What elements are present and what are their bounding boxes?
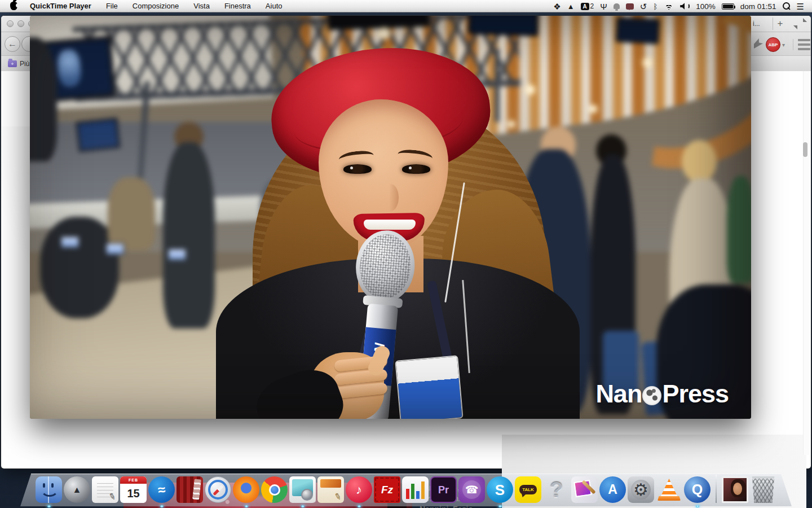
window-minimize-button[interactable] (17, 20, 24, 27)
back-button[interactable]: ← (5, 36, 20, 52)
dock-calendar-icon[interactable]: FEB 15 (120, 476, 147, 503)
video-foreground: Nan Nan Press (30, 16, 751, 419)
menu-item-finestra[interactable]: Finestra (224, 2, 251, 10)
bluetooth-icon[interactable]: ᛒ (653, 3, 657, 10)
dock-chart-app-icon[interactable] (402, 476, 429, 503)
dropbox-icon[interactable]: ❖ (553, 2, 561, 11)
running-indicator (358, 505, 361, 507)
menu-hamburger-icon[interactable] (793, 39, 807, 50)
globe-icon (642, 386, 661, 405)
dock-textedit-icon[interactable]: ✎ (92, 476, 118, 503)
menu-item-file[interactable]: File (106, 2, 118, 10)
dock-image-editor-icon[interactable] (571, 476, 598, 503)
nanopress-watermark: Nan Press (595, 379, 729, 409)
messages-bubble-icon[interactable] (626, 3, 634, 10)
google-drive-icon[interactable]: ▲ (567, 3, 575, 10)
wifi-icon[interactable] (664, 3, 674, 10)
dock-launchpad-icon[interactable]: ▲ (64, 476, 90, 503)
running-indicator (301, 505, 304, 507)
window-close-button[interactable] (7, 20, 14, 27)
spotlight-icon[interactable] (783, 2, 791, 10)
folder-icon (8, 60, 17, 67)
dock-photo-file-icon[interactable] (722, 476, 748, 503)
notification-center-icon[interactable]: ☰ (797, 2, 804, 11)
menu-clock[interactable]: dom 01:51 (740, 2, 776, 11)
share-icon[interactable] (754, 38, 763, 49)
microphone-head (353, 228, 418, 305)
dock-safari-icon[interactable] (205, 476, 231, 503)
dock-system-preferences-icon[interactable]: ⚙ (628, 476, 654, 503)
running-indicator (498, 505, 502, 507)
battery-percent: 100% (696, 2, 716, 11)
dock-filezilla-icon[interactable]: Fz (374, 476, 400, 503)
running-indicator (47, 505, 51, 507)
dock-premiere-pro-icon[interactable]: Pr (430, 476, 457, 503)
dock-separator (716, 475, 717, 503)
quicktime-video-window[interactable]: Nan Nan Press (30, 16, 751, 419)
dock-finder-icon[interactable] (36, 476, 62, 503)
dock-photo-booth-icon[interactable] (176, 476, 203, 503)
volume-icon[interactable] (680, 3, 690, 10)
dock-skype-icon[interactable]: S (487, 476, 513, 503)
new-tab-button[interactable]: + (773, 17, 787, 30)
scrollbar-track[interactable] (803, 71, 810, 455)
dock-itunes-icon[interactable]: ♪ (346, 476, 372, 503)
dock-pages-icon[interactable]: ✎ (317, 476, 344, 503)
scrollbar-thumb[interactable] (803, 142, 807, 157)
dock-firefox-icon[interactable] (233, 476, 259, 503)
running-indicator (160, 505, 164, 507)
chevron-down-icon: ▾ (782, 42, 785, 48)
dock-quicktime-icon[interactable]: Q (684, 476, 710, 503)
time-machine-icon[interactable]: ↺ (640, 2, 647, 11)
running-indicator (245, 505, 248, 507)
dock-vlc-icon[interactable] (656, 476, 682, 503)
menu-item-aiuto[interactable]: Aiuto (266, 2, 283, 10)
dock: ▲ ✎ FEB 15 ≈ ✎ ♪ Fz Pr ☎ S TALK ? A ⚙ Q (0, 467, 812, 508)
eye (402, 164, 430, 174)
menu-item-vista[interactable]: Vista (193, 2, 210, 10)
airport-antenna-icon[interactable]: Ψ (600, 2, 607, 11)
menu-item-composizione[interactable]: Composizione (133, 2, 179, 10)
nose (383, 184, 399, 211)
dock-missing-app-icon[interactable]: ? (543, 476, 570, 503)
keyboard-layout-icon[interactable]: A2 (581, 2, 594, 10)
dock-kakaotalk-icon[interactable]: TALK (515, 476, 541, 503)
teeth (364, 220, 416, 230)
bookmark-label: Più (20, 60, 29, 68)
bookmark-piu[interactable]: Più (1, 60, 29, 68)
menu-bar: QuickTime Player File Composizione Vista… (0, 0, 812, 12)
apple-menu-icon[interactable] (10, 2, 17, 10)
dock-app-store-icon[interactable]: A (599, 476, 626, 503)
adblock-button[interactable]: ABP ▾ (766, 37, 785, 52)
dock-openoffice-icon[interactable]: ≈ (148, 476, 175, 503)
running-indicator (696, 505, 699, 507)
eye (343, 164, 372, 174)
fullscreen-icon[interactable] (795, 19, 805, 28)
menu-app-name[interactable]: QuickTime Player (30, 2, 91, 10)
dock-chrome-icon[interactable] (261, 476, 288, 503)
browser-tab-title[interactable]: i... (753, 20, 760, 28)
dock-iphoto-icon[interactable] (289, 476, 316, 503)
dock-viber-icon[interactable]: ☎ (458, 476, 485, 503)
adblock-badge-icon: ABP (766, 37, 780, 52)
notifications-bell-icon[interactable] (614, 3, 620, 9)
battery-icon[interactable] (722, 3, 734, 10)
dock-trash-icon[interactable] (750, 476, 776, 503)
